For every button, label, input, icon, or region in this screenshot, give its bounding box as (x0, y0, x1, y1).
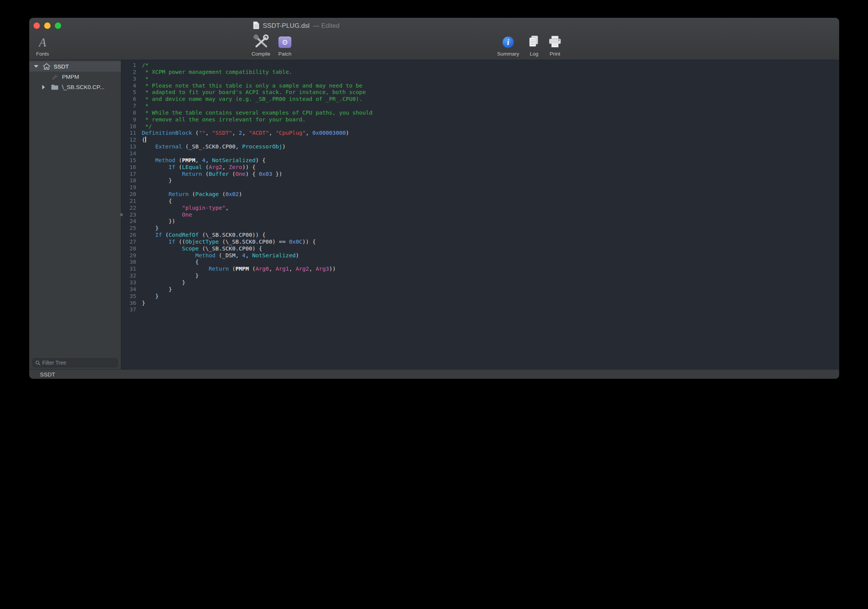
code-line: 25 } (122, 225, 839, 231)
patch-label: Patch (278, 51, 292, 57)
line-number: 6 (122, 96, 136, 102)
line-number: 7 (122, 102, 136, 109)
code-line: 17 Return (Buffer (One) { 0x03 }) (122, 171, 839, 177)
code-lines: 1/*2 * XCPM power management compatibili… (122, 62, 839, 313)
app-window: SSDT-PLUG.dsl — Edited A Fonts Compile (29, 18, 839, 379)
code-line: 23 One (122, 211, 839, 218)
summary-button[interactable]: i Summary (494, 34, 522, 58)
line-number: 35 (122, 293, 136, 300)
log-pages-icon (528, 35, 540, 49)
sidebar-item-ssdt[interactable]: SSDT (29, 61, 121, 72)
line-number: 24 (122, 218, 136, 225)
line-number: 9 (122, 116, 136, 123)
code-line: 27 If ((ObjectType (\_SB.SCK0.CP00) == 0… (122, 238, 839, 245)
line-number: 20 (122, 191, 136, 198)
filter-tree-input[interactable] (42, 360, 115, 366)
log-button[interactable]: Log (525, 34, 543, 58)
line-number: 32 (122, 272, 136, 279)
summary-label: Summary (497, 51, 519, 57)
home-icon (42, 63, 51, 70)
sidebar: SSDT PMPM (29, 60, 121, 369)
code-line: 13 External (_SB_.SCK0.CP00, ProcessorOb… (122, 143, 839, 150)
code-line: 8 * While the table contains several exa… (122, 109, 839, 116)
code-line: 31 Return (PMPM (Arg0, Arg1, Arg2, Arg3)… (122, 265, 839, 272)
search-icon (35, 360, 40, 365)
print-button[interactable]: Print (545, 34, 565, 58)
code-line: 9 * remove all the ones irrelevant for y… (122, 116, 839, 123)
printer-icon (548, 36, 561, 49)
method-tool-icon (51, 74, 59, 80)
line-number: 19 (122, 184, 136, 191)
tree-label-sb-sck0: \_SB.SCK0.CP... (62, 84, 104, 90)
line-number: 23 (122, 211, 136, 218)
code-line: 28 Scope (\_SB.SCK0.CP00) { (122, 245, 839, 252)
line-number: 17 (122, 171, 136, 177)
disclosure-right-icon[interactable] (42, 85, 51, 89)
code-line: 35 } (122, 293, 839, 300)
line-number: 30 (122, 258, 136, 265)
code-line: 5 * adapted to fit your board's ACPI sta… (122, 89, 839, 96)
fonts-button[interactable]: A Fonts (32, 34, 54, 58)
sidebar-item-sb-sck0[interactable]: \_SB.SCK0.CP... (29, 82, 121, 92)
line-number: 5 (122, 89, 136, 96)
status-bar: SSDT (29, 369, 839, 379)
text-caret (145, 137, 146, 142)
code-line: 10 */ (122, 123, 839, 130)
filter-tree-field (32, 358, 118, 367)
folder-icon (51, 84, 59, 90)
pane-resize-handle[interactable] (119, 213, 123, 217)
line-number: 25 (122, 225, 136, 231)
code-editor[interactable]: 1/*2 * XCPM power management compatibili… (122, 60, 839, 369)
line-number: 10 (122, 123, 136, 130)
patch-button[interactable]: ⚙ Patch (273, 34, 297, 58)
disclosure-down-icon[interactable] (34, 65, 42, 68)
code-line: 14 (122, 150, 839, 157)
code-line: 4 * Please note that this table is only … (122, 82, 839, 89)
compile-button[interactable]: Compile (249, 34, 273, 58)
code-line: 20 Return (Package (0x02) (122, 191, 839, 198)
line-number: 14 (122, 150, 136, 157)
sidebar-tree: SSDT PMPM (29, 60, 121, 92)
status-text: SSDT (40, 371, 55, 378)
titlebar[interactable]: SSDT-PLUG.dsl — Edited (29, 18, 839, 33)
line-number: 13 (122, 143, 136, 150)
code-line: 3 * (122, 75, 839, 82)
line-number: 1 (122, 62, 136, 69)
line-number: 27 (122, 238, 136, 245)
code-line: 37 (122, 306, 839, 313)
line-number: 34 (122, 286, 136, 293)
line-number: 11 (122, 129, 136, 136)
minimize-button[interactable] (44, 22, 51, 29)
fonts-icon: A (39, 37, 46, 48)
code-line: 19 (122, 184, 839, 191)
line-number: 33 (122, 279, 136, 286)
code-line: 1/* (122, 62, 839, 69)
code-line: 33 } (122, 279, 839, 286)
sidebar-item-pmpm[interactable]: PMPM (29, 72, 121, 82)
traffic-lights (33, 22, 61, 29)
tree-label-ssdt: SSDT (54, 63, 69, 70)
line-number: 22 (122, 204, 136, 211)
compile-label: Compile (251, 51, 270, 57)
info-icon: i (502, 37, 514, 48)
zoom-button[interactable] (55, 22, 61, 29)
fonts-label: Fonts (36, 51, 49, 57)
line-number: 21 (122, 198, 136, 204)
code-line: 26 If (CondRefOf (\_SB.SCK0.CP00)) { (122, 231, 839, 238)
patch-gear-icon: ⚙ (278, 37, 291, 48)
content-area: SSDT PMPM (29, 60, 839, 369)
line-number: 28 (122, 245, 136, 252)
window-chrome: SSDT-PLUG.dsl — Edited A Fonts Compile (29, 18, 839, 60)
print-label: Print (550, 51, 560, 57)
line-number: 15 (122, 157, 136, 164)
code-line: 24 }) (122, 218, 839, 225)
code-line: 11DefinitionBlock ("", "SSDT", 2, "ACDT"… (122, 129, 839, 136)
line-number: 2 (122, 69, 136, 75)
line-number: 37 (122, 306, 136, 313)
code-line: 15 Method (PMPM, 4, NotSerialized) { (122, 157, 839, 164)
document-icon (253, 21, 259, 31)
close-button[interactable] (33, 22, 40, 29)
code-line: 6 * and device name may vary (e.g. _SB_.… (122, 96, 839, 102)
window-title-group: SSDT-PLUG.dsl — Edited (253, 18, 340, 34)
line-number: 3 (122, 75, 136, 82)
